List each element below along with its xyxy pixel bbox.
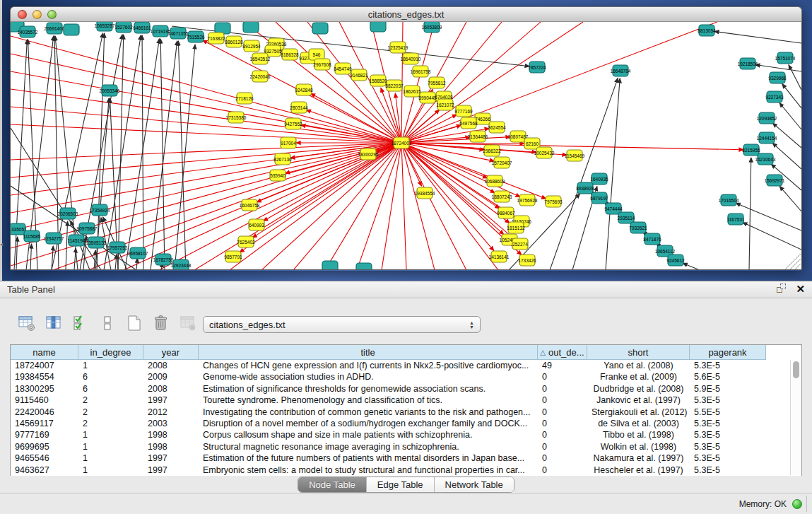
select-all-button[interactable]: [71, 315, 90, 334]
graph-edge[interactable]: [293, 143, 401, 270]
graph-node[interactable]: 19756928: [517, 194, 538, 206]
graph-node[interactable]: 8813054: [698, 25, 716, 36]
graph-node[interactable]: 14136141: [489, 251, 510, 262]
table-settings-button[interactable]: [17, 315, 37, 334]
graph-node[interactable]: 16053809: [422, 22, 442, 33]
graph-node[interactable]: 17359924: [90, 204, 110, 216]
graph-edge[interactable]: [194, 143, 401, 270]
column-header-short[interactable]: short: [587, 345, 690, 360]
graph-node[interactable]: 9227343: [765, 91, 784, 103]
graph-edge[interactable]: [683, 263, 700, 270]
graph-node[interactable]: 20053346: [100, 85, 120, 96]
graph-node[interactable]: 13505135: [86, 237, 107, 248]
graph-node[interactable]: 9242848: [295, 84, 313, 95]
memory-status-indicator[interactable]: [792, 499, 802, 509]
graph-node[interactable]: 18640910: [401, 53, 421, 64]
graph-node[interactable]: 9146821: [350, 69, 368, 81]
graph-node[interactable]: 7975693: [544, 196, 563, 207]
graph-node[interactable]: 1588520: [369, 75, 387, 86]
graph-node[interactable]: 90975887: [77, 223, 98, 234]
unselect-all-button[interactable]: [98, 315, 117, 334]
graph-node[interactable]: 18724007: [392, 137, 412, 148]
graph-node[interactable]: 1733426: [518, 255, 536, 266]
close-panel-icon[interactable]: ✕: [796, 284, 805, 294]
graph-node[interactable]: 9427552: [284, 118, 302, 129]
graph-node[interactable]: 8822037: [385, 80, 404, 91]
delete-table-button[interactable]: [178, 315, 198, 334]
graph-node[interactable]: 640993: [249, 219, 264, 230]
graph-edge[interactable]: [401, 22, 717, 143]
graph-edge[interactable]: [11, 143, 401, 160]
graph-node[interactable]: 252274: [512, 238, 528, 250]
graph-node[interactable]: 3624554: [488, 122, 506, 133]
graph-node[interactable]: 8471876: [643, 233, 661, 245]
graph-edge[interactable]: [755, 65, 801, 71]
graph-edge[interactable]: [789, 65, 801, 90]
graph-node[interactable]: 12923448: [171, 259, 192, 270]
show-columns-button[interactable]: [44, 315, 64, 334]
graph-edge[interactable]: [749, 158, 751, 270]
graph-node[interactable]: 20691406: [45, 23, 65, 34]
graph-edge[interactable]: [11, 89, 401, 143]
graph-node[interactable]: 14035572: [18, 26, 38, 37]
graph-node[interactable]: 8860128: [225, 36, 243, 47]
graph-edge[interactable]: [16, 237, 18, 270]
graph-node[interactable]: 535940: [270, 170, 286, 181]
graph-edge[interactable]: [401, 143, 495, 193]
graph-node[interactable]: 8215955: [742, 144, 760, 156]
graph-edge[interactable]: [11, 143, 401, 177]
graph-node[interactable]: 19384554: [415, 187, 435, 199]
column-header-out_de[interactable]: △out_de...: [538, 345, 587, 360]
graph-node[interactable]: 16958107: [128, 247, 148, 259]
graph-node[interactable]: 12325419: [388, 42, 408, 53]
tab-node-table[interactable]: Node Table: [298, 477, 367, 492]
graph-node[interactable]: [243, 22, 259, 33]
graph-node[interactable]: 15720407: [492, 157, 512, 168]
graph-node[interactable]: 2718126: [235, 93, 254, 104]
vertical-scrollbar[interactable]: [790, 360, 801, 475]
graph-node[interactable]: 10688609: [485, 175, 505, 187]
graph-node[interactable]: 12342757: [44, 233, 64, 244]
table-selector-dropdown[interactable]: citations_edges.txt ▲▼: [203, 316, 481, 333]
graph-node[interactable]: 18807243: [492, 191, 512, 202]
graph-node[interactable]: 8267130: [273, 153, 292, 165]
graph-node[interactable]: 20206503: [58, 208, 78, 219]
graph-edge[interactable]: [240, 143, 401, 252]
graph-node[interactable]: 1815132: [507, 222, 525, 233]
graph-node[interactable]: 9329966: [768, 72, 787, 83]
table-row[interactable]: 1830029562008Estimation of significance …: [11, 383, 801, 395]
graph-node[interactable]: 2986322: [483, 145, 501, 156]
graph-edge[interactable]: [66, 221, 68, 270]
graph-edge[interactable]: [779, 186, 801, 211]
table-row[interactable]: 1456911722003Disruption of a novel membe…: [11, 418, 801, 429]
column-header-name[interactable]: name: [11, 345, 78, 360]
network-canvas[interactable]: 1403557220691406106532871527602646616110…: [10, 22, 802, 270]
graph-node[interactable]: 8990445: [418, 92, 437, 103]
graph-node[interactable]: 6497568: [459, 117, 478, 129]
graph-node[interactable]: 9777169: [454, 105, 473, 117]
column-header-title[interactable]: title: [199, 345, 538, 360]
graph-node[interactable]: 10653287: [95, 22, 115, 31]
graph-edge[interactable]: [401, 143, 406, 270]
graph-node[interactable]: 15751074: [775, 52, 796, 64]
graph-node[interactable]: 16210643: [755, 153, 776, 165]
graph-edge[interactable]: [11, 143, 401, 266]
graph-node[interactable]: [356, 263, 372, 270]
graph-node[interactable]: 16046758: [240, 199, 260, 211]
graph-edge[interactable]: [80, 35, 122, 270]
graph-node[interactable]: 7625402: [237, 236, 255, 247]
graph-node[interactable]: 9857791: [224, 251, 242, 262]
graph-node[interactable]: 1115685: [23, 230, 41, 242]
graph-node[interactable]: [64, 24, 79, 35]
graph-node[interactable]: 8938928: [576, 182, 594, 194]
graph-node[interactable]: 7932621: [629, 222, 647, 233]
canvas-resize-grip[interactable]: [785, 254, 801, 269]
column-header-pagerank[interactable]: pagerank: [690, 345, 766, 360]
graph-node[interactable]: 2803144: [290, 102, 308, 113]
graph-node[interactable]: 1640935: [590, 173, 608, 185]
graph-node[interactable]: 14671355: [168, 28, 189, 39]
graph-node[interactable]: 18300295: [358, 148, 379, 160]
float-panel-icon[interactable]: [777, 284, 787, 294]
graph-node[interactable]: 6466161: [133, 22, 151, 33]
table-row[interactable]: 946554611997Estimation of the future num…: [11, 452, 801, 464]
